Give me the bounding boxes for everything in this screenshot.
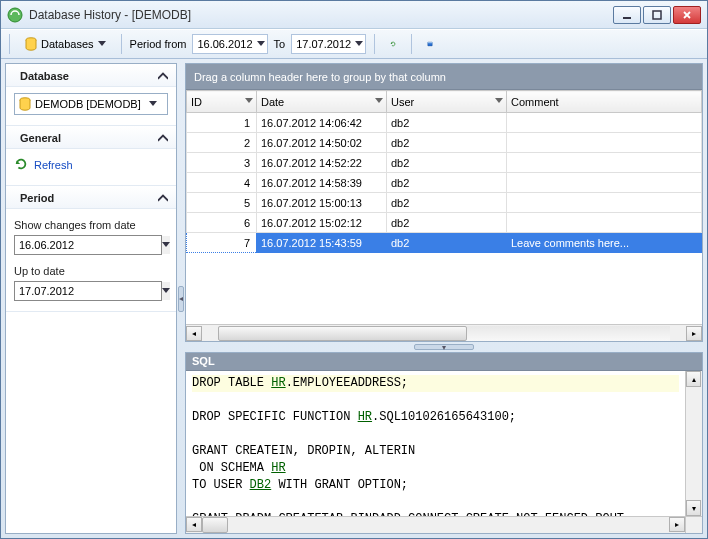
scroll-track[interactable] <box>218 326 670 341</box>
toolbar-separator <box>374 34 375 54</box>
toolbar-date-to[interactable]: 17.07.2012 <box>291 34 366 54</box>
dropdown-caret-icon <box>355 41 363 47</box>
horizontal-splitter[interactable]: ▾ <box>185 342 703 352</box>
table-row[interactable]: 716.07.2012 15:43:59db2Leave comments he… <box>187 233 702 253</box>
refresh-link[interactable]: Refresh <box>34 159 73 171</box>
period-from-label: Period from <box>130 38 187 50</box>
database-panel-title: Database <box>20 70 69 82</box>
svg-rect-5 <box>428 42 433 43</box>
cell-user: db2 <box>387 113 507 133</box>
database-panel-header[interactable]: Database <box>6 64 176 87</box>
cell-user: db2 <box>387 153 507 173</box>
dropdown-caret-icon[interactable] <box>161 282 170 300</box>
column-header-comment[interactable]: Comment <box>507 91 702 113</box>
from-date-label: Show changes from date <box>14 219 168 231</box>
refresh-button[interactable] <box>383 34 403 54</box>
app-window: Database History - [DEMODB] Databases Pe… <box>0 0 708 539</box>
dropdown-caret-icon[interactable] <box>161 236 170 254</box>
sql-text-area[interactable]: DROP TABLE HR.EMPLOYEEADDRESS; DROP SPEC… <box>186 371 685 516</box>
grid-horizontal-scrollbar[interactable]: ◂ ▸ <box>186 324 702 341</box>
database-icon <box>19 97 31 111</box>
app-icon <box>7 7 23 23</box>
scroll-up-button[interactable]: ▴ <box>686 371 701 387</box>
column-menu-icon[interactable] <box>244 95 254 107</box>
window-action-button[interactable] <box>420 34 440 54</box>
column-menu-icon[interactable] <box>374 95 384 107</box>
cell-user: db2 <box>387 173 507 193</box>
cell-date: 16.07.2012 15:02:12 <box>257 213 387 233</box>
toolbar-separator <box>121 34 122 54</box>
toolbar-date-from[interactable]: 16.06.2012 <box>192 34 267 54</box>
vertical-splitter[interactable]: ◂ <box>177 63 185 534</box>
refresh-icon <box>14 157 28 173</box>
main-area: Drag a column header here to group by th… <box>185 63 703 534</box>
general-panel-header[interactable]: General <box>6 126 176 149</box>
database-selector[interactable]: DEMODB [DEMODB] <box>14 93 168 115</box>
from-date-field[interactable] <box>15 236 161 254</box>
content-area: Database DEMODB [DEMODB] General <box>1 59 707 538</box>
cell-date: 16.07.2012 14:06:42 <box>257 113 387 133</box>
scroll-thumb[interactable] <box>202 517 228 533</box>
minimize-button[interactable] <box>613 6 641 24</box>
scroll-right-button[interactable]: ▸ <box>669 517 685 532</box>
column-header-date[interactable]: Date <box>257 91 387 113</box>
table-row[interactable]: 516.07.2012 15:00:13db2 <box>187 193 702 213</box>
cell-user: db2 <box>387 233 507 253</box>
cell-comment <box>507 213 702 233</box>
svg-rect-2 <box>653 11 661 19</box>
toolbar-date-to-value: 17.07.2012 <box>296 38 351 50</box>
column-header-user[interactable]: User <box>387 91 507 113</box>
to-date-field[interactable] <box>15 282 161 300</box>
scroll-left-button[interactable]: ◂ <box>186 326 202 341</box>
column-header-id[interactable]: ID <box>187 91 257 113</box>
table-row[interactable]: 216.07.2012 14:50:02db2 <box>187 133 702 153</box>
cell-date: 16.07.2012 14:52:22 <box>257 153 387 173</box>
cell-user: db2 <box>387 133 507 153</box>
from-date-input[interactable] <box>14 235 162 255</box>
grid-panel: Drag a column header here to group by th… <box>185 63 703 342</box>
table-row[interactable]: 116.07.2012 14:06:42db2 <box>187 113 702 133</box>
svg-point-0 <box>8 8 22 22</box>
cell-id: 1 <box>187 113 257 133</box>
to-label: To <box>274 38 286 50</box>
sidebar: Database DEMODB [DEMODB] General <box>5 63 177 534</box>
sql-panel-header: SQL <box>186 353 702 371</box>
databases-menu-button[interactable]: Databases <box>18 33 113 55</box>
cell-comment <box>507 173 702 193</box>
toolbar-date-from-value: 16.06.2012 <box>197 38 252 50</box>
group-by-header[interactable]: Drag a column header here to group by th… <box>186 64 702 90</box>
to-date-label: Up to date <box>14 265 168 277</box>
column-menu-icon[interactable] <box>494 95 504 107</box>
cell-comment <box>507 133 702 153</box>
table-row[interactable]: 316.07.2012 14:52:22db2 <box>187 153 702 173</box>
sql-vertical-scrollbar[interactable]: ▴ ▾ <box>685 371 702 516</box>
window-title: Database History - [DEMODB] <box>29 8 613 22</box>
sql-horizontal-scrollbar[interactable]: ◂ ▸ <box>186 516 702 533</box>
table-row[interactable]: 616.07.2012 15:02:12db2 <box>187 213 702 233</box>
close-button[interactable] <box>673 6 701 24</box>
cell-comment <box>507 153 702 173</box>
scroll-right-button[interactable]: ▸ <box>686 326 702 341</box>
period-panel-header[interactable]: Period <box>6 186 176 209</box>
cell-comment <box>507 193 702 213</box>
period-panel-title: Period <box>20 192 54 204</box>
to-date-input[interactable] <box>14 281 162 301</box>
database-icon <box>25 37 37 51</box>
data-grid[interactable]: ID Date User Comment 116.07.2012 14:06:4… <box>186 90 702 324</box>
titlebar[interactable]: Database History - [DEMODB] <box>1 1 707 29</box>
dropdown-caret-icon <box>257 41 265 47</box>
cell-date: 16.07.2012 14:50:02 <box>257 133 387 153</box>
scroll-down-button[interactable]: ▾ <box>686 500 701 516</box>
scroll-left-button[interactable]: ◂ <box>186 517 202 532</box>
general-panel-title: General <box>20 132 61 144</box>
databases-label: Databases <box>41 38 94 50</box>
cell-id: 2 <box>187 133 257 153</box>
scroll-thumb[interactable] <box>218 326 467 341</box>
table-row[interactable]: 416.07.2012 14:58:39db2 <box>187 173 702 193</box>
maximize-button[interactable] <box>643 6 671 24</box>
cell-id: 3 <box>187 153 257 173</box>
toolbar: Databases Period from 16.06.2012 To 17.0… <box>1 29 707 59</box>
cell-id: 4 <box>187 173 257 193</box>
collapse-icon <box>158 194 168 202</box>
collapse-icon <box>158 134 168 142</box>
